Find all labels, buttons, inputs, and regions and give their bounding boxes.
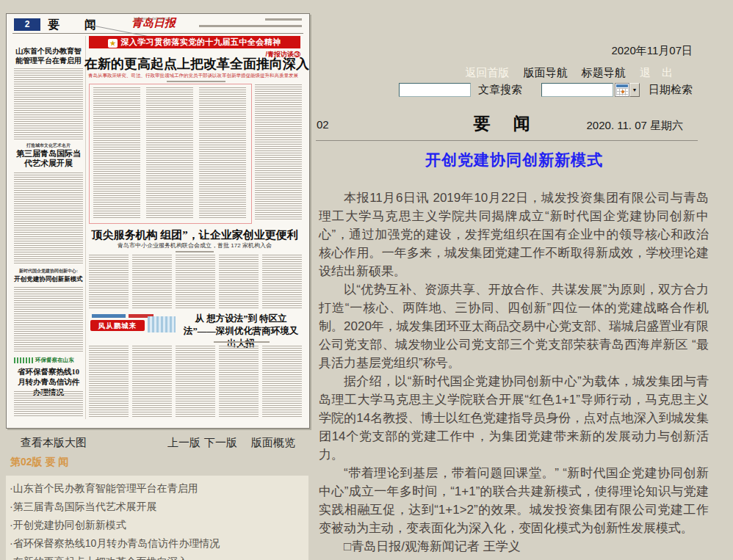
fake-text-line (92, 314, 126, 318)
next-page-link[interactable]: 下一版 (204, 436, 237, 450)
divider (316, 140, 698, 141)
paper-shenzhen-banner: 风从鹏城来 (90, 320, 145, 331)
paper-headline-education-platform: 山东首个民办教育智能管理平台在青启用 (14, 46, 83, 65)
fake-text-column (132, 346, 172, 417)
article-byline: □青岛日报/观海新闻记者 王学义 (319, 537, 709, 556)
article-list-item[interactable]: ·省环保督察热线10月转办青岛信访件办理情况 (6, 534, 308, 553)
grass-icon (14, 357, 33, 363)
fake-text-line (214, 341, 270, 343)
fake-text-column (255, 84, 302, 221)
paper-headline-shenzhen-legislation: 从 想方设法”到 特区立法”——深圳优化营商环境又出大招 (180, 313, 302, 350)
view-large-image-link[interactable]: 查看本版大图 (21, 436, 87, 450)
paper-kicker-art: 打造城市文化艺术名片 (14, 143, 83, 148)
article-link[interactable]: 开创党建协同创新新模式 (13, 519, 126, 531)
divider (12, 33, 303, 34)
nav-home-link[interactable]: 返回首版 (465, 66, 509, 79)
fake-text-column (219, 255, 259, 309)
fake-text-column (219, 346, 259, 417)
divider (85, 36, 86, 419)
paper-green-banner: 环保督察在山东 (14, 357, 83, 364)
article-list-item[interactable]: ·开创党建协同创新新模式 (6, 516, 308, 534)
paper-subtitle-service-alliance: 青岛市中小企业服务机构联合会成立，首批 172 家机构入会 (87, 241, 302, 250)
fake-text-column (176, 255, 215, 309)
page-overview-link[interactable]: 版面概览 (251, 436, 295, 450)
article-title: 开创党建协同创新新模式 (319, 150, 709, 170)
date-search-label[interactable]: 日期检索 (649, 83, 693, 97)
fake-text-column (132, 255, 172, 309)
article-paragraph: 据介绍，以“新时代国企党建协同创新中心”为载体，城发集团与青岛理工大学马克思主义… (319, 372, 709, 464)
article-link[interactable]: 省环保督察热线10月转办青岛信访件办理情况 (13, 537, 220, 549)
article-paragraph: 以“优势互补、资源共享、开放合作、共谋发展”为原则，双方合力打造“一核心、两阵地… (319, 280, 709, 372)
section-title: 要 闻 (437, 112, 569, 135)
paper-headline-service-alliance: 顶尖服务机构 组团”，让企业家创业更便利 (87, 228, 302, 242)
masthead-url: http://www.dailyqd.com (134, 16, 171, 21)
fake-text-column (89, 346, 129, 417)
paper-red-banner: 深入学习贯彻落实党的十九届五中全会精神 (89, 36, 300, 48)
page-number: 02 (317, 118, 329, 131)
fake-text-column (93, 87, 140, 218)
prev-page-link[interactable]: 上一版 (167, 436, 201, 450)
article-search-input[interactable] (399, 83, 471, 97)
article-link[interactable]: 在新的更高起点上把改革全面推向深入 (13, 556, 188, 560)
current-date: 2020年11月07日 (611, 44, 693, 58)
newspaper-page-image[interactable]: 2 要 闻 青岛日报http://www.dailyqd.com 山东首个民办教… (6, 13, 310, 429)
paper-headline-party-building: 开创党建协同创新新模式 (14, 275, 83, 283)
paper-lead-subtitle: 青岛从事政策研究、司法、行政审批领域工作的党员干部谈以改革创新举措促能级提升和高… (86, 73, 300, 79)
nav-exit-link[interactable]: 退 出 (640, 66, 673, 79)
calendar-icon (615, 83, 629, 97)
section-list-header: 第02版 要 闻 (10, 456, 68, 469)
article-link[interactable]: 第三届青岛国际当代艺术展开展 (13, 501, 157, 512)
fake-text-column (262, 255, 302, 309)
fake-text-line (167, 81, 225, 82)
fake-text-column (199, 87, 246, 218)
article-link[interactable]: 山东首个民办教育智能管理平台在青启用 (13, 482, 198, 494)
nav-title-navigation-link[interactable]: 标题导航 (582, 66, 626, 79)
article-list-item[interactable]: ·在新的更高起点上把改革全面推向深入 (6, 553, 308, 560)
article-list: ·山东首个民办教育智能管理平台在青启用 ·第三届青岛国际当代艺术展开展 ·开创党… (6, 476, 308, 560)
chevron-down-icon: ▼ (629, 83, 640, 97)
date-picker-button[interactable]: ▼ (615, 83, 640, 97)
article-search-label[interactable]: 文章搜索 (478, 83, 522, 97)
paper-page-number: 2 (14, 18, 40, 31)
fake-text-line (176, 251, 214, 252)
article-list-item[interactable]: ·第三届青岛国际当代艺术展开展 (6, 498, 308, 516)
party-emblem-icon (108, 39, 118, 48)
paper-kicker-party-center: 新时代国企党建协同创新中心: (14, 269, 83, 274)
fake-text-column (14, 172, 83, 265)
article-list-item[interactable]: ·山东首个民办教育智能管理平台在青启用 (6, 479, 308, 498)
fake-text-line (265, 18, 302, 21)
fake-text-column (14, 68, 83, 140)
fake-text-column (262, 346, 302, 417)
fake-text-column (14, 391, 83, 418)
fake-text-column (89, 255, 129, 309)
fake-text-line (199, 25, 302, 27)
epaper-viewer: 2 要 闻 青岛日报http://www.dailyqd.com 山东首个民办教… (0, 0, 733, 560)
top-navigation: 返回首版 版面导航 标题导航 退 出 (454, 66, 673, 80)
article-body: 本报11月6日讯 2019年10月22日，城发投资集团有限公司与青岛理工大学马克… (319, 189, 709, 556)
page-date: 2020. 11. 07 星期六 (587, 119, 683, 133)
nav-page-navigation-link[interactable]: 版面导航 (524, 66, 568, 79)
paper-headline-art-exhibition: 第三届青岛国际当代艺术展开展 (14, 149, 83, 168)
paper-lead-headline: 在新的更高起点上把改革全面推向深入 (84, 56, 303, 72)
fake-text-column (14, 287, 83, 353)
article-paragraph: 本报11月6日讯 2019年10月22日，城发投资集团有限公司与青岛理工大学马克… (319, 189, 709, 280)
city-skyline-graphic (148, 316, 176, 332)
article-paragraph: “带着理论到基层，带着问题回课堂。” “新时代国企党建协同创新中心”成立一年多时… (319, 464, 709, 537)
search-bar: 文章搜索 ▼ 日期检索 (399, 81, 693, 98)
fake-text-column (176, 346, 215, 417)
fake-text-column (146, 87, 193, 218)
date-search-input[interactable] (541, 83, 613, 97)
